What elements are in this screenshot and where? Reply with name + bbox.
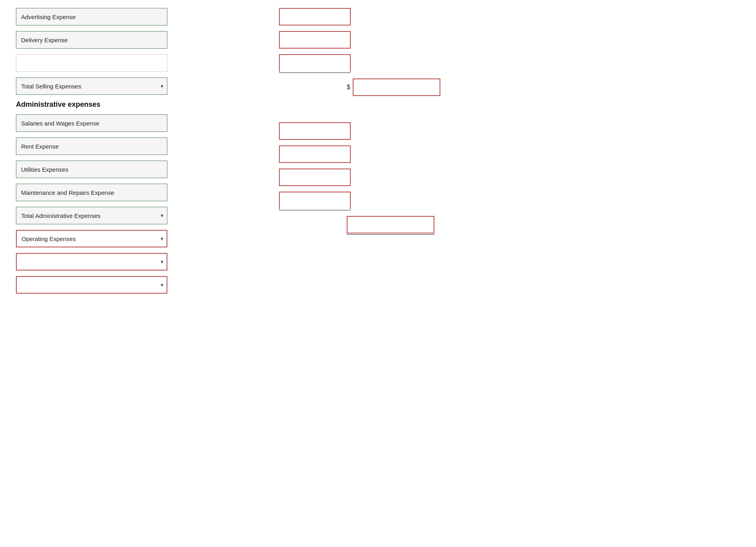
delivery-amount-input[interactable] <box>279 31 351 49</box>
empty-select-1[interactable] <box>16 253 167 271</box>
utilities-amount-input[interactable] <box>279 169 351 186</box>
salaries-amount-input[interactable] <box>279 122 351 140</box>
rent-amount-input[interactable] <box>279 145 351 163</box>
rent-expense-label: Rent Expense <box>16 137 167 155</box>
total-selling-select[interactable]: Total Selling Expenses <box>16 77 167 95</box>
total-admin-amount-input[interactable] <box>347 216 434 233</box>
salaries-wages-label: Salaries and Wages Expense <box>16 114 167 132</box>
total-admin-select-wrapper: Total Administrative Expenses ▾ <box>16 207 167 224</box>
maintenance-amount-input[interactable] <box>279 192 351 209</box>
maintenance-expense-label: Maintenance and Repairs Expense <box>16 184 167 201</box>
empty-amount-input[interactable] <box>279 54 351 72</box>
advertising-expense-label: Advertising Expense <box>16 8 167 25</box>
empty-select-2-wrapper: ▾ <box>16 276 167 294</box>
admin-expenses-heading: Administrative expenses <box>16 100 100 108</box>
dollar-sign-selling: $ <box>347 84 350 91</box>
operating-expenses-select[interactable]: Operating Expenses <box>16 230 167 247</box>
operating-expenses-wrapper: Operating Expenses ▾ <box>16 230 167 247</box>
empty-select-2[interactable] <box>16 276 167 294</box>
empty-select-1-wrapper: ▾ <box>16 253 167 271</box>
total-admin-select[interactable]: Total Administrative Expenses <box>16 207 167 224</box>
empty-label-1 <box>16 54 167 72</box>
advertising-amount-input[interactable] <box>279 8 351 25</box>
total-selling-amount-input[interactable] <box>353 78 440 96</box>
delivery-expense-label: Delivery Expense <box>16 31 167 49</box>
utilities-expense-label: Utilities Expenses <box>16 161 167 178</box>
total-selling-select-wrapper: Total Selling Expenses ▾ <box>16 77 167 95</box>
